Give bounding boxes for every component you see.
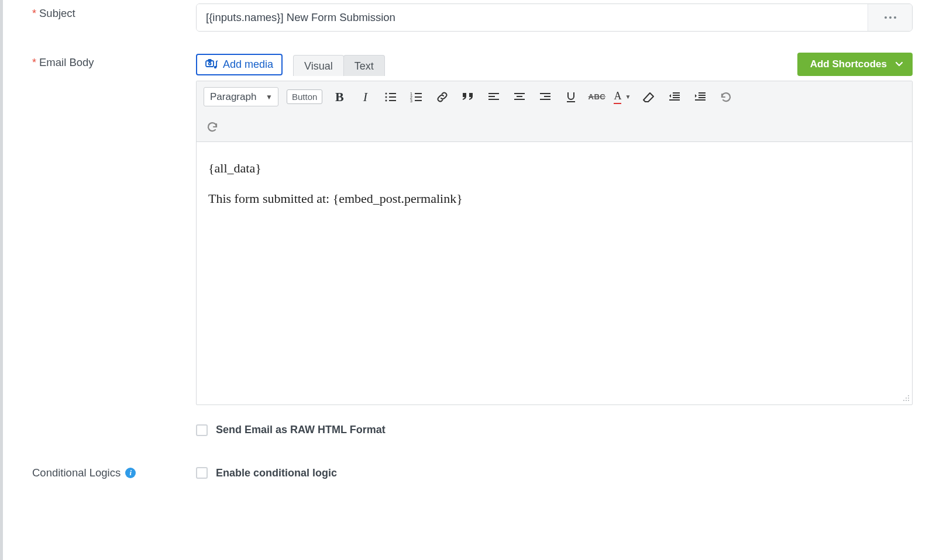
indent-icon [694,92,707,102]
required-asterisk: * [32,8,36,19]
svg-point-42 [906,400,907,401]
required-asterisk: * [32,57,36,68]
editor-content[interactable]: {all_data} This form submitted at: {embe… [197,142,912,393]
tab-visual[interactable]: Visual [293,55,344,76]
undo-icon [720,92,732,102]
link-button[interactable] [433,88,451,106]
redo-icon [206,122,219,132]
subject-more-button[interactable] [868,4,912,31]
svg-point-0 [885,16,887,19]
raw-html-checkbox[interactable] [196,424,208,436]
link-icon [436,91,449,103]
format-select-wrap: Paragraph ▼ [204,87,278,106]
ellipsis-icon [883,16,897,19]
align-left-icon [488,92,500,102]
outdent-icon [668,92,681,102]
subject-input[interactable] [197,4,868,31]
svg-point-7 [386,92,387,94]
editor-line-2: This form submitted at: {embed_post.perm… [208,191,900,206]
indent-button[interactable] [691,88,709,106]
redo-button[interactable] [204,118,221,136]
enable-conditional-checkbox[interactable] [196,467,208,479]
editor-top-bar: Add media Visual Text Add Shortcodes [196,53,913,76]
strikethrough-button[interactable]: ABC [588,88,605,106]
align-left-button[interactable] [485,88,503,106]
svg-point-11 [386,99,387,101]
resize-handle[interactable] [197,393,912,405]
outdent-button[interactable] [666,88,683,106]
enable-conditional-row: Enable conditional logic [196,467,913,479]
align-right-icon [539,92,551,102]
align-center-icon [514,92,525,102]
add-media-button[interactable]: Add media [196,54,283,75]
underline-button[interactable] [562,88,580,106]
underline-icon [566,91,576,103]
chevron-down-icon [895,61,903,67]
conditional-label-col: Conditional Logics i [3,466,196,479]
add-media-label: Add media [223,58,273,71]
editor-line-1: {all_data} [208,161,900,176]
svg-point-9 [386,96,387,98]
format-select[interactable]: Paragraph [204,87,278,106]
resize-grip-icon [901,393,910,402]
svg-point-4 [209,63,211,65]
numbered-list-button[interactable]: 1 2 3 [408,88,425,106]
subject-label: *Subject [32,7,75,19]
email-body-label: *Email Body [32,56,94,68]
svg-point-40 [908,397,909,399]
svg-point-1 [889,16,892,19]
svg-point-2 [894,16,896,19]
align-right-button[interactable] [536,88,554,106]
email-body-row: *Email Body Add media Visual Text Add Sh… [3,53,936,444]
insert-button-button[interactable]: Button [287,89,322,104]
camera-music-icon [205,59,218,70]
subject-label-text: Subject [39,7,75,19]
editor-mode-tabs: Visual Text [293,55,385,76]
editor-toolbar: Paragraph ▼ Button B I 1 [197,81,912,142]
italic-button[interactable]: I [356,88,374,106]
email-body-label-text: Email Body [39,56,94,68]
bullet-list-icon [384,92,397,102]
svg-point-43 [908,400,909,401]
enable-conditional-label: Enable conditional logic [216,467,337,479]
subject-label-col: *Subject [3,4,196,20]
svg-point-38 [908,395,909,396]
bullet-list-button[interactable] [382,88,400,106]
quote-icon [461,92,475,102]
numbered-list-icon: 1 2 3 [410,92,423,102]
svg-point-41 [903,400,904,401]
tab-text[interactable]: Text [343,55,385,76]
caret-down-icon: ▼ [624,93,632,101]
subject-input-group [196,4,913,32]
email-body-field-col: Add media Visual Text Add Shortcodes Par… [196,53,936,444]
email-body-label-col: *Email Body [3,53,196,69]
eraser-icon [642,92,655,102]
undo-button[interactable] [717,88,735,106]
raw-html-label: Send Email as RAW HTML Format [216,424,386,436]
add-shortcodes-button[interactable]: Add Shortcodes [797,53,913,76]
subject-field-col [196,4,936,32]
conditional-row: Conditional Logics i Enable conditional … [3,466,936,479]
text-color-button[interactable]: A ▼ [614,90,632,104]
conditional-section-label: Conditional Logics i [32,466,136,479]
align-center-button[interactable] [511,88,528,106]
svg-point-39 [906,397,907,399]
bold-button[interactable]: B [331,88,348,106]
raw-html-row: Send Email as RAW HTML Format [196,416,913,444]
svg-text:3: 3 [410,99,412,102]
add-shortcodes-label: Add Shortcodes [810,58,887,70]
clear-formatting-button[interactable] [640,88,658,106]
conditional-label-text: Conditional Logics [32,466,121,479]
info-icon[interactable]: i [125,468,136,478]
subject-row: *Subject [3,4,936,32]
editor-wrapper: Paragraph ▼ Button B I 1 [196,81,913,405]
conditional-field-col: Enable conditional logic [196,467,936,479]
blockquote-button[interactable] [459,88,477,106]
